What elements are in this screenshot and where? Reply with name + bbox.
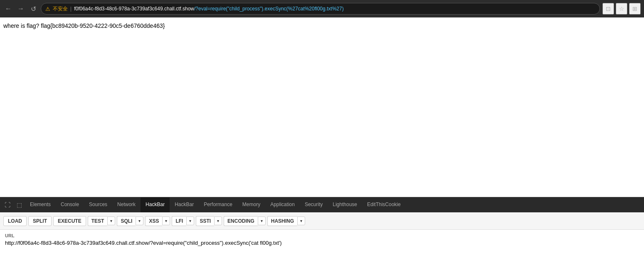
- tab-console[interactable]: Console: [56, 197, 84, 213]
- xss-dropdown: XSS ▾: [145, 216, 170, 226]
- url-domain: f0f06a4c-f8d3-48c6-978a-3c739af3c649.cha…: [74, 6, 194, 12]
- split-button[interactable]: SPLIT: [28, 216, 52, 226]
- test-dropdown: TEST ▾: [88, 216, 116, 226]
- url-text: f0f06a4c-f8d3-48c6-978a-3c739af3c649.cha…: [74, 6, 344, 12]
- tab-sources[interactable]: Sources: [84, 197, 112, 213]
- chrome-actions: ⊡ ☆ ⊞: [602, 3, 641, 15]
- separator: |: [70, 6, 72, 12]
- hackbar-content: URL http://f0f06a4c-f8d3-48c6-978a-3c739…: [0, 230, 644, 278]
- xss-button[interactable]: XSS: [145, 216, 162, 226]
- encoding-button[interactable]: ENCODING: [224, 216, 258, 226]
- tab-hackbar-active[interactable]: HackBar: [141, 197, 170, 213]
- browser-chrome: ← → ↺ ⚠ 不安全 | f0f06a4c-f8d3-48c6-978a-3c…: [0, 0, 644, 17]
- hashing-dropdown: HASHING ▾: [267, 216, 305, 226]
- url-path: /?eval=require("child_process").execSync…: [194, 6, 344, 12]
- tab-editthiscookie[interactable]: EditThisCookie: [362, 197, 406, 213]
- back-button[interactable]: ←: [3, 4, 13, 14]
- tab-security[interactable]: Security: [300, 197, 328, 213]
- bookmark-button[interactable]: ☆: [616, 3, 627, 15]
- test-dropdown-arrow[interactable]: ▾: [107, 216, 115, 225]
- tab-lighthouse[interactable]: Lighthouse: [328, 197, 362, 213]
- load-button[interactable]: LOAD: [3, 216, 27, 226]
- menu-button[interactable]: ⊞: [629, 3, 641, 15]
- hackbar-toolbar: LOAD SPLIT EXECUTE TEST ▾ SQLI ▾ XSS ▾ L…: [0, 212, 644, 230]
- devtools-device-icon[interactable]: ⬚: [13, 199, 25, 211]
- forward-button[interactable]: →: [16, 4, 26, 14]
- url-value[interactable]: http://f0f06a4c-f8d3-48c6-978a-3c739af3c…: [5, 240, 639, 246]
- tab-performance[interactable]: Performance: [199, 197, 237, 213]
- insecure-label: 不安全: [53, 5, 68, 12]
- hashing-dropdown-arrow[interactable]: ▾: [297, 216, 305, 225]
- page-content: where is flag? flag{bc89420b-9520-4222-9…: [0, 17, 644, 197]
- lfi-button[interactable]: LFI: [172, 216, 186, 226]
- hashing-button[interactable]: HASHING: [267, 216, 297, 226]
- devtools-tabbar: ⛶ ⬚ Elements Console Sources Network Hac…: [0, 197, 644, 212]
- tab-network[interactable]: Network: [112, 197, 141, 213]
- execute-button[interactable]: EXECUTE: [53, 216, 86, 226]
- devtools-panel: ⛶ ⬚ Elements Console Sources Network Hac…: [0, 197, 644, 278]
- encoding-dropdown-arrow[interactable]: ▾: [258, 216, 266, 225]
- lfi-dropdown: LFI ▾: [172, 216, 194, 226]
- ssti-button[interactable]: SSTI: [196, 216, 214, 226]
- tab-elements[interactable]: Elements: [25, 197, 56, 213]
- url-label: URL: [5, 233, 639, 238]
- sqli-dropdown-arrow[interactable]: ▾: [136, 216, 143, 225]
- ssti-dropdown-arrow[interactable]: ▾: [214, 216, 222, 225]
- tab-memory[interactable]: Memory: [237, 197, 265, 213]
- address-bar[interactable]: ⚠ 不安全 | f0f06a4c-f8d3-48c6-978a-3c739af3…: [41, 3, 600, 15]
- security-warning-icon: ⚠: [45, 6, 50, 12]
- refresh-button[interactable]: ↺: [28, 4, 38, 14]
- test-button[interactable]: TEST: [88, 216, 108, 226]
- page-text: where is flag? flag{bc89420b-9520-4222-9…: [3, 22, 641, 29]
- cast-button[interactable]: ⊡: [602, 3, 614, 15]
- xss-dropdown-arrow[interactable]: ▾: [162, 216, 170, 225]
- sqli-button[interactable]: SQLI: [117, 216, 136, 226]
- encoding-dropdown: ENCODING ▾: [224, 216, 266, 226]
- devtools-inspect-icon[interactable]: ⛶: [2, 199, 13, 211]
- lfi-dropdown-arrow[interactable]: ▾: [186, 216, 194, 225]
- sqli-dropdown: SQLI ▾: [117, 216, 143, 226]
- tab-hackbar-2[interactable]: HackBar: [170, 197, 199, 213]
- tab-application[interactable]: Application: [265, 197, 300, 213]
- ssti-dropdown: SSTI ▾: [196, 216, 222, 226]
